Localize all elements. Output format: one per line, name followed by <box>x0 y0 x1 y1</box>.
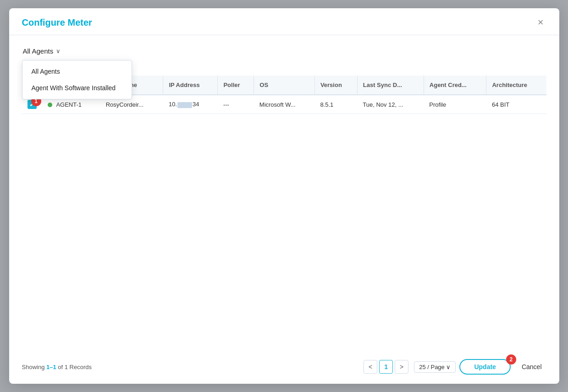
footer-right: < 1 > 25 / Page ∨ Update 2 Cancel <box>364 359 546 375</box>
modal-body: All Agents ∨ All Agents Agent With Softw… <box>9 35 559 352</box>
agent-id-text: AGENT-1 <box>56 101 82 108</box>
row-architecture: 64 BIT <box>486 95 546 114</box>
col-architecture: Architecture <box>486 76 546 95</box>
filter-row: All Agents ∨ All Agents Agent With Softw… <box>22 45 546 57</box>
modal-title: Configure Meter <box>22 17 92 28</box>
records-range: 1–1 <box>46 364 56 370</box>
modal-footer: Showing 1–1 of 1 Records < 1 > 25 / Page… <box>9 352 559 384</box>
close-button[interactable]: × <box>535 16 546 28</box>
row-ip: 10.34 <box>163 95 218 114</box>
col-ip: IP Address <box>163 76 218 95</box>
dropdown-option-all-agents[interactable]: All Agents <box>22 63 132 80</box>
modal-header: Configure Meter × <box>9 8 559 35</box>
col-os: OS <box>254 76 315 95</box>
col-last-sync: Last Sync D... <box>357 76 424 95</box>
checkbox-badge-wrap: 1 <box>28 100 37 109</box>
chevron-down-icon: ∨ <box>56 48 61 54</box>
cancel-button[interactable]: Cancel <box>517 360 546 374</box>
update-button[interactable]: Update <box>459 359 510 375</box>
pagination: < 1 > 25 / Page ∨ <box>364 360 456 374</box>
row-last-sync: Tue, Nov 12, ... <box>357 95 424 114</box>
modal-overlay[interactable]: Configure Meter × All Agents ∨ All Agent… <box>0 0 568 392</box>
row-poller: --- <box>218 95 254 114</box>
configure-meter-modal: Configure Meter × All Agents ∨ All Agent… <box>9 8 559 384</box>
row-version: 8.5.1 <box>314 95 357 114</box>
row-os: Microsoft W... <box>254 95 315 114</box>
row-agent-cred: Profile <box>424 95 486 114</box>
status-dot-online <box>48 103 52 107</box>
prev-page-button[interactable]: < <box>364 360 377 374</box>
ip-blur <box>177 102 192 108</box>
agents-table-wrapper: ID Host Name IP Address Poller OS Versio… <box>22 76 546 352</box>
agent-filter-dropdown[interactable]: All Agents ∨ <box>22 45 62 57</box>
col-agent-cred: Agent Cred... <box>424 76 486 95</box>
col-poller: Poller <box>218 76 254 95</box>
showing-records-text: Showing 1–1 of 1 Records <box>22 364 92 370</box>
filter-dropdown-menu: All Agents Agent With Software Installed <box>22 60 132 99</box>
dropdown-selected-label: All Agents <box>23 47 54 55</box>
next-page-button[interactable]: > <box>395 360 408 374</box>
page-1-button[interactable]: 1 <box>379 360 393 374</box>
page-size-dropdown[interactable]: 25 / Page ∨ <box>414 361 456 373</box>
update-badge-2: 2 <box>506 354 516 365</box>
action-buttons: Update 2 Cancel <box>459 359 546 375</box>
update-badge-wrap: Update 2 <box>459 359 510 375</box>
col-version: Version <box>314 76 357 95</box>
dropdown-option-agent-with-software[interactable]: Agent With Software Installed <box>22 80 132 96</box>
